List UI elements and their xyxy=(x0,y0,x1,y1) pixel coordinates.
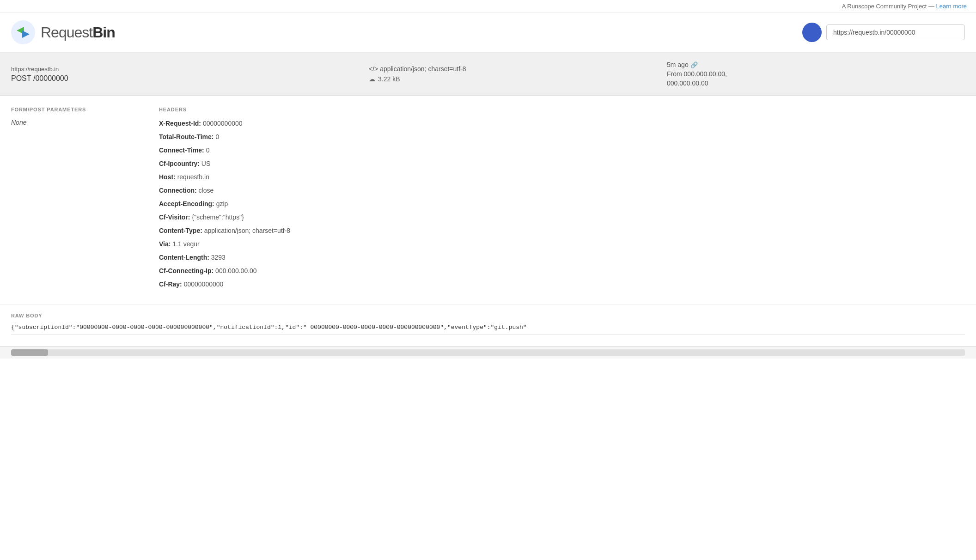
header-key: Host: xyxy=(159,173,176,181)
req-size-value: 3.22 kB xyxy=(378,75,400,83)
header-row: Cf-Ray: 00000000000 xyxy=(159,280,965,289)
main-content: FORM/POST PARAMETERS None HEADERS X-Requ… xyxy=(0,96,976,304)
header-key: Content-Type: xyxy=(159,227,202,234)
cloud-icon: ☁ xyxy=(369,75,375,83)
url-status-circle xyxy=(802,23,822,42)
raw-body-content: {"subscriptionId":"00000000-0000-0000-00… xyxy=(11,324,965,335)
req-url: https://requestb.in xyxy=(11,66,369,73)
header-key: Cf-Connecting-Ip: xyxy=(159,267,214,274)
header-val: 0 xyxy=(206,146,210,154)
req-size: ☁ 3.22 kB xyxy=(369,75,667,83)
header-row: Total-Route-Time: 0 xyxy=(159,132,965,142)
request-bar-meta: 5m ago 🔗 From 000.000.00.00, 000.000.00.… xyxy=(667,61,965,87)
header-val: {"scheme":"https"} xyxy=(192,213,244,221)
form-post-panel: FORM/POST PARAMETERS None xyxy=(11,107,140,293)
header-row: Content-Type: application/json; charset=… xyxy=(159,226,965,236)
header-row: X-Request-Id: 00000000000 xyxy=(159,119,965,128)
header-row: Content-Length: 3293 xyxy=(159,253,965,262)
request-bar-endpoint: https://requestb.in POST /00000000 xyxy=(11,66,369,83)
header-row: Cf-Connecting-Ip: 000.000.00.00 xyxy=(159,266,965,276)
header-val: 000.000.00.00 xyxy=(215,267,257,274)
req-from-ip2: 000.000.00.00 xyxy=(667,79,965,87)
header-key: Cf-Ray: xyxy=(159,280,182,288)
header-val: 00000000000 xyxy=(203,120,243,127)
header-right xyxy=(802,23,965,42)
logo-text: RequestBin xyxy=(41,24,115,41)
header-key: Connect-Time: xyxy=(159,146,204,154)
scrollbar-thumb[interactable] xyxy=(11,349,48,356)
scrollbar-area xyxy=(0,346,976,359)
link-icon: 🔗 xyxy=(690,61,698,68)
header-key: Cf-Ipcountry: xyxy=(159,160,200,167)
req-content-type: </> application/json; charset=utf-8 xyxy=(369,65,667,73)
req-time: 5m ago 🔗 xyxy=(667,61,965,68)
header-key: Total-Route-Time: xyxy=(159,133,214,140)
header-val: US xyxy=(201,160,210,167)
req-method: POST /00000000 xyxy=(11,74,369,83)
url-input[interactable] xyxy=(826,24,965,40)
header-val: 1.1 vegur xyxy=(172,240,199,248)
headers-list: X-Request-Id: 00000000000Total-Route-Tim… xyxy=(159,119,965,289)
header-val: 00000000000 xyxy=(184,280,224,288)
header-key: X-Request-Id: xyxy=(159,120,201,127)
header-row: Cf-Visitor: {"scheme":"https"} xyxy=(159,213,965,222)
logo-area: RequestBin xyxy=(11,20,115,44)
header-val: close xyxy=(199,187,214,194)
header-val: application/json; charset=utf-8 xyxy=(204,227,290,234)
top-banner: A Runscope Community Project — Learn mor… xyxy=(0,0,976,13)
header-key: Via: xyxy=(159,240,171,248)
form-post-title: FORM/POST PARAMETERS xyxy=(11,107,140,112)
raw-body-section: RAW BODY {"subscriptionId":"00000000-000… xyxy=(0,304,976,346)
header-val: requestb.in xyxy=(177,173,209,181)
header-row: Accept-Encoding: gzip xyxy=(159,199,965,209)
headers-panel: HEADERS X-Request-Id: 00000000000Total-R… xyxy=(159,107,965,293)
learn-more-link[interactable]: Learn more xyxy=(936,3,967,10)
header-key: Cf-Visitor: xyxy=(159,213,190,221)
logo-bold: Bin xyxy=(92,24,115,41)
header-key: Connection: xyxy=(159,187,197,194)
header-row: Connection: close xyxy=(159,186,965,195)
header-val: 3293 xyxy=(211,254,226,261)
banner-text: A Runscope Community Project — xyxy=(842,3,936,10)
logo-icon xyxy=(11,20,35,44)
logo-plain: Request xyxy=(41,24,92,41)
header-key: Accept-Encoding: xyxy=(159,200,214,207)
headers-title: HEADERS xyxy=(159,107,965,112)
header-row: Via: 1.1 vegur xyxy=(159,239,965,249)
header-val: 0 xyxy=(215,133,219,140)
form-post-value: None xyxy=(11,119,140,126)
header-row: Host: requestb.in xyxy=(159,172,965,182)
header-key: Content-Length: xyxy=(159,254,209,261)
req-from: From 000.000.00.00, xyxy=(667,70,965,78)
request-bar: https://requestb.in POST /00000000 </> a… xyxy=(0,53,976,96)
header: RequestBin xyxy=(0,13,976,53)
scrollbar-track[interactable] xyxy=(11,349,965,356)
header-val: gzip xyxy=(216,200,228,207)
request-bar-content: </> application/json; charset=utf-8 ☁ 3.… xyxy=(369,65,667,83)
header-row: Connect-Time: 0 xyxy=(159,146,965,155)
raw-body-title: RAW BODY xyxy=(11,304,965,318)
header-row: Cf-Ipcountry: US xyxy=(159,159,965,169)
